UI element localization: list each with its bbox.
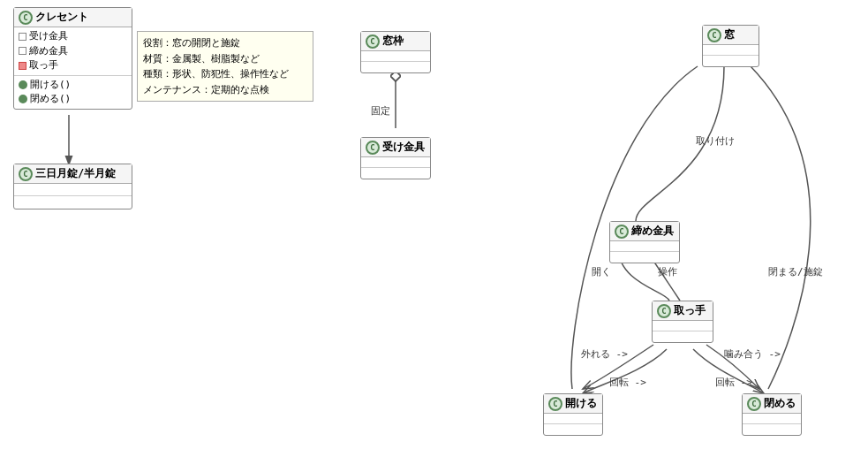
sanjitsuki-c-icon: C <box>19 167 33 181</box>
totte-empty2 <box>653 331 713 342</box>
uke-empty2 <box>361 168 430 179</box>
sime-empty2 <box>610 252 679 263</box>
shimaru-label: 閉まる/施錠 <box>768 265 823 278</box>
torikitsuke-label: 取り付け <box>696 134 735 148</box>
shimeru-empty2 <box>743 424 801 435</box>
crescent-method1: 開ける() <box>30 78 71 93</box>
mado-box: C 窓 <box>702 25 759 67</box>
sime-title: 締め金具 <box>631 224 674 239</box>
sanjitsuki-empty2 <box>14 196 132 209</box>
sosa-label: 操作 <box>658 265 677 278</box>
sanjitsuki-box: C 三日月錠/半月錠 <box>13 164 132 209</box>
uke-empty <box>361 157 430 168</box>
note-line4: メンテナンス：定期的な点検 <box>143 82 307 98</box>
akeru-box: C 開ける <box>543 393 603 436</box>
note-line2: 材質：金属製、樹脂製など <box>143 51 307 67</box>
sime-empty <box>610 241 679 252</box>
sanjitsuki-empty <box>14 184 132 196</box>
mado-title: 窓 <box>724 27 735 42</box>
totte-c-icon: C <box>657 304 671 318</box>
akeru-empty <box>544 414 602 424</box>
mado-empty2 <box>703 56 759 66</box>
note-line1: 役割：窓の開閉と施錠 <box>143 35 307 51</box>
ukegane-box: C 受け金具 <box>360 137 431 179</box>
crescent-box: C クレセント 受け金具 締め金具 取っ手 開ける() 閉める() <box>13 7 132 110</box>
hazureru-label: 外れる -> <box>581 347 628 361</box>
diagram-container: 受け金具 (diamond on 窓枠 side) --> C クレセント 受け… <box>0 0 868 457</box>
akeru-c-icon: C <box>548 397 562 411</box>
mado-c-icon: C <box>707 28 721 42</box>
shimeru-c-icon: C <box>747 397 761 411</box>
window-frame-box: C 窓枠 <box>360 31 431 73</box>
crescent-methods: 開ける() 閉める() <box>14 76 132 109</box>
crescent-attributes: 受け金具 締め金具 取っ手 <box>14 27 132 76</box>
shimegane-box: C 締め金具 <box>609 221 680 263</box>
uke-c-icon: C <box>366 141 380 155</box>
wframe-title: 窓枠 <box>382 34 404 49</box>
crescent-attr2: 締め金具 <box>29 44 68 59</box>
wframe-c-icon: C <box>366 34 380 49</box>
totte-empty <box>653 321 713 331</box>
note-box: 役割：窓の開閉と施錠 材質：金属製、樹脂製など 種類：形状、防犯性、操作性など … <box>137 31 313 102</box>
akeru-title: 開ける <box>565 396 597 411</box>
kaiten1-label: 回転 -> <box>609 376 646 389</box>
mado-empty <box>703 45 759 56</box>
shimeru-title: 閉める <box>764 396 796 411</box>
crescent-attr1: 受け金具 <box>29 29 68 44</box>
uke-title: 受け金具 <box>382 140 425 155</box>
shimeru-box: C 閉める <box>742 393 802 436</box>
wframe-empty2 <box>361 62 430 72</box>
crescent-method2: 閉める() <box>30 92 71 107</box>
kaiten2-label: 回転 -> <box>715 376 752 389</box>
note-line3: 種類：形状、防犯性、操作性など <box>143 66 307 82</box>
crescent-c-icon: C <box>19 11 33 25</box>
crescent-attr3: 取っ手 <box>29 58 58 73</box>
hiraku-label: 開く <box>592 265 611 278</box>
sanjitsuki-title: 三日月錠/半月錠 <box>35 166 116 181</box>
kotei-label: 固定 <box>371 104 390 118</box>
sime-c-icon: C <box>615 225 629 239</box>
kamiau-label: 噛み合う -> <box>724 347 781 361</box>
akeru-empty2 <box>544 424 602 435</box>
totte-box: C 取っ手 <box>652 301 713 343</box>
shimeru-empty <box>743 414 801 424</box>
totte-title: 取っ手 <box>674 303 706 318</box>
wframe-empty <box>361 51 430 62</box>
crescent-title: クレセント <box>35 10 88 25</box>
